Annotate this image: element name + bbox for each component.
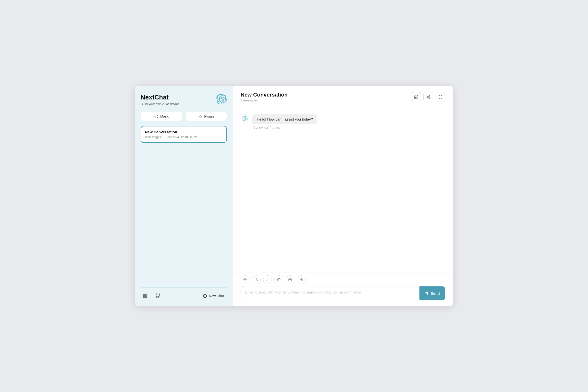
new-chat-label: New Chat [209, 294, 224, 298]
conversation-item[interactable]: New Conversation 0 messages 5/30/2024, 1… [141, 126, 227, 143]
chat-input[interactable] [241, 286, 420, 300]
magic-icon [266, 278, 269, 282]
mask-icon [154, 114, 158, 118]
toolbar-upload-button[interactable] [252, 276, 261, 284]
fullscreen-button[interactable] [436, 92, 446, 102]
plus-icon [203, 294, 207, 298]
sidebar-footer: New Chat [141, 288, 227, 300]
toolbar-magic-button[interactable] [263, 276, 272, 284]
mask-button-label: Mask [160, 114, 168, 118]
fullscreen-icon [438, 95, 442, 99]
sidebar-header: NextChat Build your own AI assistant. [141, 94, 227, 106]
toolbar-robot-button[interactable] [297, 276, 306, 284]
share-button[interactable] [423, 92, 433, 102]
gear-icon [243, 278, 247, 282]
chat-header: New Conversation 0 messages [233, 86, 453, 107]
svg-line-12 [428, 97, 429, 98]
openai-logo-icon [216, 94, 227, 104]
svg-rect-4 [199, 116, 200, 118]
edit-icon [414, 95, 418, 99]
toolbar-email-button[interactable] [286, 276, 294, 284]
conversation-list: New Conversation 0 messages 5/30/2024, 1… [141, 126, 227, 284]
svg-point-10 [427, 96, 428, 98]
plugin-button-label: Plugin [204, 114, 214, 118]
chat-message-count: 0 messages [240, 98, 288, 102]
message-content: Hello! How can I assist you today? Conte… [252, 114, 317, 129]
timer-icon [277, 278, 280, 282]
sidebar: NextChat Build your own AI assistant. Ma… [135, 86, 233, 306]
message-row: Hello! How can I assist you today? Conte… [240, 114, 446, 129]
svg-line-13 [428, 96, 429, 97]
svg-rect-2 [201, 115, 202, 116]
chat-messages: Hello! How can I assist you today? Conte… [233, 107, 453, 272]
svg-rect-3 [201, 116, 202, 118]
github-icon [155, 294, 160, 298]
settings-icon [142, 294, 148, 298]
svg-point-9 [429, 95, 430, 96]
chat-input-wrapper: Send [240, 286, 446, 300]
svg-point-11 [429, 98, 430, 98]
toolbar-settings-button[interactable] [240, 276, 250, 284]
robot-icon [300, 278, 303, 282]
svg-point-5 [144, 296, 146, 297]
svg-rect-1 [199, 115, 200, 116]
upload-icon [254, 278, 258, 282]
conversation-meta: 0 messages 5/30/2024, 12:10:50 PM [145, 136, 222, 139]
send-label: Send [431, 291, 440, 296]
send-button[interactable]: Send [420, 286, 445, 300]
github-footer-button[interactable] [153, 292, 162, 300]
app-subtitle: Build your own AI assistant. [141, 102, 180, 106]
svg-point-18 [301, 278, 301, 279]
share-icon [426, 95, 430, 99]
main-area: New Conversation 0 messages [233, 86, 453, 306]
plugin-button[interactable]: Plugin [185, 112, 227, 121]
conversation-timestamp: 5/30/2024, 12:10:50 PM [166, 136, 197, 139]
assistant-avatar [240, 114, 250, 123]
svg-point-0 [155, 115, 158, 118]
chat-toolbar [233, 272, 453, 286]
conversation-message-count: 0 messages [145, 136, 161, 139]
new-chat-button[interactable]: New Chat [200, 292, 227, 300]
toolbar-timer-button[interactable] [274, 276, 283, 284]
chat-input-area: Send [233, 286, 453, 306]
sidebar-brand: NextChat Build your own AI assistant. [141, 94, 180, 106]
app-title: NextChat [141, 94, 180, 101]
mask-button[interactable]: Mask [141, 112, 182, 121]
conversation-title: New Conversation [145, 130, 222, 134]
message-bubble: Hello! How can I assist you today? [252, 114, 317, 124]
edit-button[interactable] [411, 92, 421, 102]
settings-footer-button[interactable] [141, 292, 150, 300]
chat-title: New Conversation [240, 92, 288, 98]
send-icon [425, 291, 429, 295]
plugin-icon [198, 114, 202, 118]
sidebar-action-buttons: Mask Plugin [141, 112, 227, 121]
chat-header-actions [411, 92, 446, 102]
contextual-prompt-label: Contextual Prompt [252, 126, 317, 129]
footer-icons [141, 292, 162, 300]
svg-point-14 [244, 279, 246, 280]
chat-header-info: New Conversation 0 messages [240, 92, 288, 102]
email-icon [288, 278, 292, 282]
